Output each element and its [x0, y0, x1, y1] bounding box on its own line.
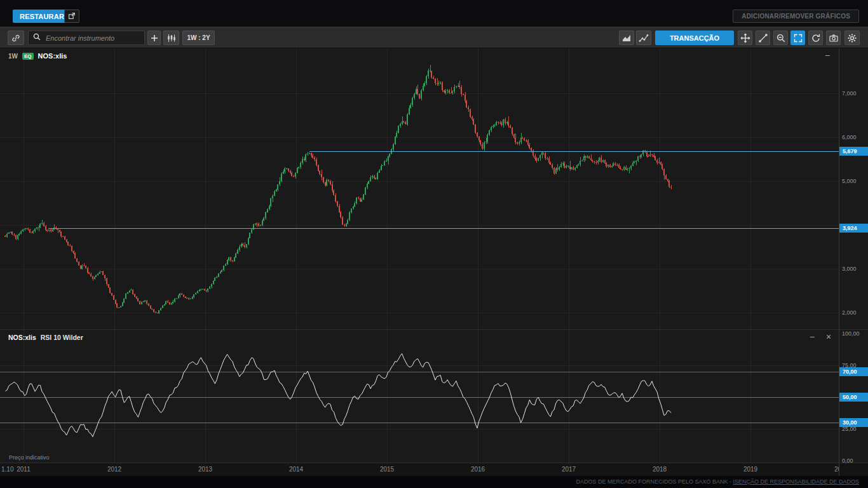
- zoom-out-icon: [776, 33, 786, 43]
- refresh-button[interactable]: [808, 30, 823, 45]
- time-tick-label: 1.10: [1, 463, 13, 476]
- area-chart-icon: [621, 33, 632, 43]
- search-box: [28, 30, 145, 45]
- chart-type-button[interactable]: [163, 30, 179, 45]
- rsi-indicator-label: RSI 10 Wilder: [41, 334, 83, 341]
- link-icon: [11, 33, 21, 43]
- indicative-price-label: Preço indicativo: [9, 454, 50, 461]
- top-bar: RESTAURAR ADICIONAR/REMOVER GRÁFICOS: [0, 0, 868, 27]
- instrument-type-badge: EQ: [22, 53, 34, 60]
- time-tick-label: 2014: [289, 463, 303, 476]
- transaction-button[interactable]: TRANSACÇÃO: [655, 30, 734, 45]
- minimize-rsi-button[interactable]: −: [807, 332, 817, 342]
- restore-button[interactable]: RESTAURAR: [13, 10, 71, 23]
- rsi-header: NOS:xlis RSI 10 Wilder: [8, 334, 83, 341]
- time-tick-label: 2017: [562, 463, 576, 476]
- trendline-icon: [758, 33, 768, 43]
- price-chart-panel: 1W EQ NOS:xlis −: [0, 48, 868, 329]
- search-input[interactable]: [44, 34, 140, 43]
- time-tick-label: 2018: [653, 463, 667, 476]
- popout-icon: [67, 11, 76, 22]
- refresh-icon: [811, 33, 821, 43]
- time-tick-label: 2016: [471, 463, 485, 476]
- market-data-disclaimer: DADOS DE MERCADO FORNECIDOS PELO SAXO BA…: [576, 478, 733, 485]
- time-tick-label: 2015: [380, 463, 394, 476]
- time-tick-label: 2019: [743, 463, 757, 476]
- time-tick-label: 2013: [198, 463, 212, 476]
- popout-button[interactable]: [64, 10, 79, 23]
- minimize-chart-button[interactable]: −: [822, 51, 832, 61]
- trading-platform-window: RESTAURAR ADICIONAR/REMOVER GRÁFICOS: [0, 0, 868, 488]
- screenshot-button[interactable]: [826, 30, 841, 45]
- fit-chart-button[interactable]: [790, 30, 805, 45]
- line-style-button[interactable]: [636, 30, 651, 45]
- price-axis-separator: [839, 48, 839, 476]
- plus-icon: [151, 34, 158, 42]
- line-chart-icon: [639, 33, 649, 43]
- interval-label: 1W: [8, 53, 18, 60]
- crosshair-icon: [740, 33, 750, 43]
- fit-screen-icon: [793, 33, 803, 43]
- rsi-instrument-label: NOS:xlis: [8, 334, 36, 341]
- trendline-tool-button[interactable]: [756, 30, 770, 45]
- search-icon: [32, 32, 41, 44]
- candlestick-icon: [166, 33, 177, 43]
- panel-separator: [0, 329, 868, 330]
- close-rsi-button[interactable]: ×: [824, 332, 834, 342]
- price-chart-canvas[interactable]: [0, 48, 868, 329]
- rsi-panel: NOS:xlis RSI 10 Wilder − × Preço indicat…: [0, 330, 868, 463]
- chart-header: 1W EQ NOS:xlis: [8, 52, 67, 60]
- chart-toolbar: 1W : 2Y TRANSACÇÃO: [0, 27, 868, 48]
- add-instrument-button[interactable]: [147, 30, 161, 45]
- zoom-out-button[interactable]: [773, 30, 788, 45]
- time-tick-label: 2011: [17, 463, 31, 476]
- time-tick-label: 2020: [834, 463, 839, 476]
- time-axis: 1.10201120122013201420152016201720182019…: [0, 463, 839, 476]
- gear-icon: [847, 33, 857, 43]
- instrument-link-button[interactable]: [8, 30, 24, 45]
- area-style-button[interactable]: [619, 30, 634, 45]
- camera-icon: [829, 33, 839, 43]
- add-remove-charts-button[interactable]: ADICIONAR/REMOVER GRÁFICOS: [733, 10, 859, 23]
- time-tick-label: 2012: [107, 463, 121, 476]
- footer-bar: DADOS DE MERCADO FORNECIDOS PELO SAXO BA…: [0, 476, 868, 488]
- axis-separator: [0, 463, 868, 463]
- instrument-label: NOS:xlis: [38, 52, 67, 60]
- crosshair-button[interactable]: [738, 30, 752, 45]
- data-disclaimer-link[interactable]: ISENÇÃO DE RESPONSABILIDADE DE DADOS: [733, 478, 859, 485]
- settings-button[interactable]: [844, 30, 860, 45]
- rsi-chart-canvas[interactable]: [0, 330, 868, 463]
- period-selector-button[interactable]: 1W : 2Y: [182, 30, 215, 45]
